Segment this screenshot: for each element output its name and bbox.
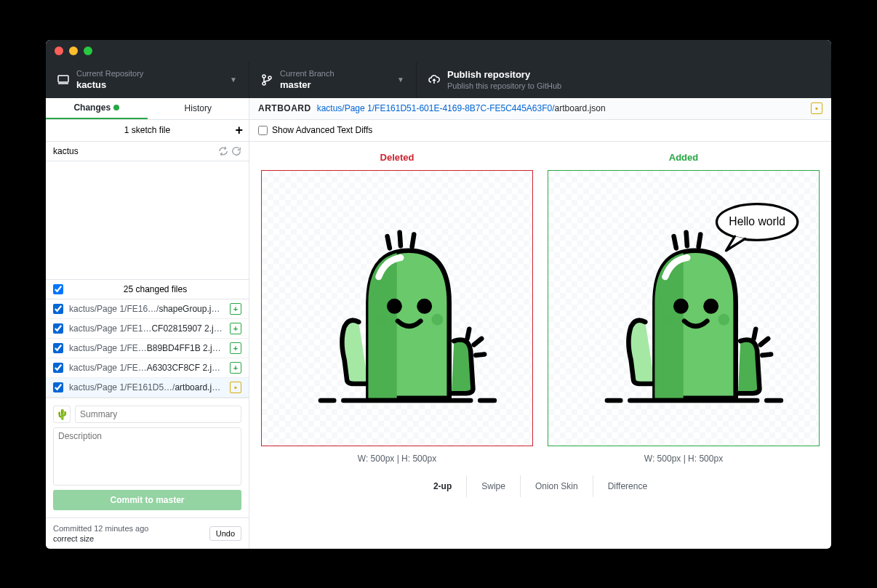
svg-line-21 — [674, 236, 676, 248]
close-window-button[interactable] — [55, 47, 63, 55]
added-dimensions: W: 500px | H: 500px — [548, 454, 820, 464]
repository-selector[interactable]: Current Repository kactus ▼ — [46, 62, 249, 98]
deleted-image — [261, 170, 533, 446]
file-checkbox[interactable] — [53, 343, 63, 353]
repo-value: kactus — [76, 79, 223, 90]
titlebar — [46, 40, 831, 62]
maximize-window-button[interactable] — [84, 47, 92, 55]
file-list: kactus/Page 1/FE16…/shapeGroup.json+kact… — [46, 299, 249, 398]
file-row[interactable]: kactus/Page 1/FE1…CF02815907 2.json+ — [46, 319, 249, 339]
file-row[interactable]: kactus/Page 1/FE161D5…/artboard.json• — [46, 378, 249, 398]
svg-point-3 — [263, 82, 265, 85]
file-path: kactus/Page 1/FE16…/shapeGroup.json — [69, 304, 224, 314]
advanced-diffs-label: Show Advanced Text Diffs — [272, 125, 372, 135]
modified-badge-icon: • — [230, 382, 241, 393]
file-checkbox[interactable] — [53, 323, 63, 334]
view-mode-difference[interactable]: Difference — [593, 475, 662, 497]
breadcrumb-type: ARTBOARD — [258, 103, 311, 113]
sidebar: Changes History 1 sketch file + kactus — [46, 98, 249, 549]
file-checkbox[interactable] — [53, 382, 63, 392]
view-mode-swipe[interactable]: Swipe — [467, 475, 521, 497]
added-label: Added — [548, 152, 820, 163]
summary-input[interactable] — [75, 406, 241, 423]
file-row[interactable]: kactus/Page 1/FE16…/shapeGroup.json+ — [46, 299, 249, 319]
cactus-illustration — [278, 187, 516, 429]
commit-form: 🌵 Commit to master — [46, 398, 249, 517]
svg-line-22 — [686, 233, 687, 246]
svg-point-2 — [263, 75, 265, 78]
file-status-badge: • — [811, 102, 822, 114]
commit-button[interactable]: Commit to master — [53, 490, 241, 510]
advanced-diffs-checkbox[interactable] — [258, 126, 268, 135]
sync-icon[interactable] — [218, 146, 228, 156]
svg-line-9 — [400, 233, 401, 246]
sketch-file-name: kactus — [53, 146, 79, 156]
add-sketch-button[interactable]: + — [235, 123, 243, 138]
branch-selector[interactable]: Current Branch master ▼ — [249, 62, 417, 98]
branch-icon — [261, 74, 273, 86]
avatar-icon: 🌵 — [53, 406, 71, 423]
tab-changes[interactable]: Changes — [46, 98, 148, 119]
svg-line-19 — [761, 339, 768, 345]
svg-line-5 — [468, 329, 470, 339]
main-content: ARTBOARD kactus/Page 1/FE161D51-601E-416… — [249, 98, 831, 549]
sketch-file-item[interactable]: kactus — [46, 142, 249, 161]
file-path: kactus/Page 1/FE…B89BD4FF1B 2.json — [69, 343, 224, 353]
svg-point-12 — [420, 301, 430, 311]
added-badge-icon: + — [230, 362, 241, 374]
svg-text:Hello world: Hello world — [729, 215, 786, 227]
cloud-upload-icon — [428, 74, 440, 86]
added-badge-icon: + — [230, 303, 241, 315]
breadcrumb-path: kactus/Page 1/FE161D51-601E-4169-8B7C-FE… — [317, 103, 555, 113]
file-checkbox[interactable] — [53, 304, 63, 314]
view-mode-2up[interactable]: 2-up — [419, 475, 467, 497]
last-commit-message: correct size — [53, 534, 148, 543]
file-row[interactable]: kactus/Page 1/FE…B89BD4FF1B 2.json+ — [46, 339, 249, 358]
view-mode-selector: 2-up Swipe Onion Skin Difference — [261, 475, 820, 497]
tab-history-label: History — [185, 103, 212, 113]
chevron-down-icon: ▼ — [230, 76, 237, 84]
svg-rect-0 — [58, 76, 68, 82]
svg-line-23 — [699, 235, 701, 247]
view-mode-onion[interactable]: Onion Skin — [521, 475, 593, 497]
added-badge-icon: + — [230, 342, 241, 354]
last-commit-bar: Committed 12 minutes ago correct size Un… — [46, 517, 249, 549]
svg-point-25 — [706, 301, 716, 311]
file-path: kactus/Page 1/FE1…CF02815907 2.json — [69, 323, 224, 334]
diff-view: Deleted Added — [249, 142, 831, 549]
svg-point-13 — [376, 314, 388, 326]
sidebar-spacer — [46, 161, 249, 280]
refresh-icon[interactable] — [231, 146, 241, 156]
description-input[interactable] — [53, 427, 241, 486]
repo-label: Current Repository — [76, 69, 223, 78]
branch-label: Current Branch — [280, 69, 390, 78]
svg-line-18 — [754, 329, 756, 339]
commit-button-branch: master — [156, 495, 184, 505]
advanced-diffs-row: Show Advanced Text Diffs — [249, 120, 831, 142]
commit-button-prefix: Commit to — [110, 495, 156, 505]
last-commit-time: Committed 12 minutes ago — [53, 524, 148, 533]
file-path: kactus/Page 1/FE161D5…/artboard.json — [69, 382, 224, 392]
file-checkbox[interactable] — [53, 363, 63, 373]
publish-button[interactable]: Publish repository Publish this reposito… — [417, 62, 831, 98]
changed-files-count: 25 changed files — [69, 284, 241, 294]
sidebar-tabs: Changes History — [46, 98, 249, 120]
file-row[interactable]: kactus/Page 1/FE…A6303CF8CF 2.json+ — [46, 358, 249, 378]
breadcrumb-file: artboard.json — [555, 103, 606, 113]
svg-line-7 — [476, 355, 485, 355]
added-badge-icon: + — [230, 323, 241, 334]
select-all-checkbox[interactable] — [53, 284, 63, 294]
monitor-icon — [57, 74, 69, 86]
file-path: kactus/Page 1/FE…A6303CF8CF 2.json — [69, 363, 224, 373]
svg-point-27 — [718, 314, 730, 326]
minimize-window-button[interactable] — [69, 47, 78, 55]
tab-history[interactable]: History — [148, 98, 249, 119]
added-image: Hello world — [548, 170, 820, 446]
chevron-down-icon: ▼ — [397, 76, 404, 84]
undo-button[interactable]: Undo — [209, 526, 241, 541]
svg-point-11 — [390, 301, 400, 311]
branch-value: master — [280, 79, 390, 90]
deleted-dimensions: W: 500px | H: 500px — [261, 454, 533, 464]
cactus-illustration: Hello world — [564, 187, 802, 429]
app-window: Current Repository kactus ▼ Current Bran… — [46, 40, 831, 549]
